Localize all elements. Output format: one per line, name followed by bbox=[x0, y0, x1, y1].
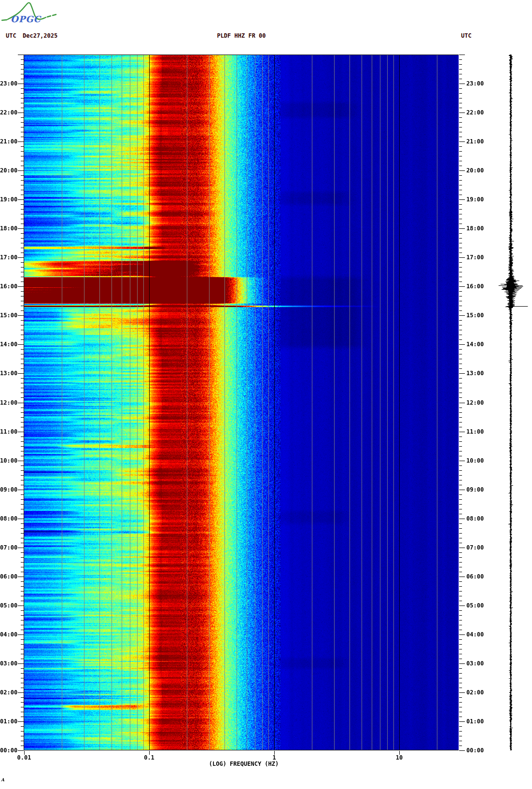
time-label-left: 23:00 bbox=[0, 80, 17, 87]
time-label-right: 03:00 bbox=[466, 660, 484, 667]
time-label-right: 14:00 bbox=[466, 341, 484, 348]
time-label-left: 12:00 bbox=[0, 399, 17, 406]
time-label-right: 15:00 bbox=[466, 312, 484, 319]
seismogram-trace-canvas bbox=[487, 55, 532, 750]
time-label-right: 05:00 bbox=[466, 602, 484, 609]
time-label-left: 03:00 bbox=[0, 660, 17, 667]
time-label-right: 19:00 bbox=[466, 196, 484, 203]
station-title: PLDF HHZ FR 00 bbox=[217, 32, 266, 39]
time-label-left: 01:00 bbox=[0, 718, 17, 725]
time-label-right: 01:00 bbox=[466, 718, 484, 725]
time-label-right: 13:00 bbox=[466, 370, 484, 377]
time-label-right: 20:00 bbox=[466, 167, 484, 174]
time-label-left: 15:00 bbox=[0, 312, 17, 319]
utc-label-right: UTC bbox=[461, 32, 472, 39]
time-label-right: 16:00 bbox=[466, 283, 484, 290]
freq-tick-label: 0.01 bbox=[17, 754, 31, 761]
freq-tick-label: 10 bbox=[396, 754, 403, 761]
sgram-page: OPGC UTC Dec27,2025 PLDF HHZ FR 00 UTC 2… bbox=[0, 0, 532, 789]
time-label-left: 22:00 bbox=[0, 109, 17, 116]
time-label-left: 02:00 bbox=[0, 689, 17, 696]
logo-text: OPGC bbox=[11, 14, 42, 24]
time-label-left: 04:00 bbox=[0, 631, 17, 638]
time-label-left: 16:00 bbox=[0, 283, 17, 290]
time-label-right: 08:00 bbox=[466, 515, 484, 522]
time-label-right: 23:00 bbox=[466, 80, 484, 87]
time-label-right: 12:00 bbox=[466, 399, 484, 406]
time-label-left: 13:00 bbox=[0, 370, 17, 377]
opgc-logo: OPGC bbox=[1, 1, 59, 27]
time-label-right: 00:00 bbox=[466, 747, 484, 754]
spectrogram-canvas bbox=[24, 55, 459, 750]
time-label-right: 04:00 bbox=[466, 631, 484, 638]
time-label-left: 14:00 bbox=[0, 341, 17, 348]
time-label-left: 05:00 bbox=[0, 602, 17, 609]
freq-tick-label: 0.1 bbox=[144, 754, 154, 761]
time-label-left: 06:00 bbox=[0, 573, 17, 580]
time-label-left: 00:00 bbox=[0, 747, 17, 754]
time-label-right: 18:00 bbox=[466, 225, 484, 232]
time-label-right: 17:00 bbox=[466, 254, 484, 261]
corner-mark: A bbox=[1, 777, 4, 782]
time-label-left: 11:00 bbox=[0, 428, 17, 435]
time-label-left: 07:00 bbox=[0, 544, 17, 551]
time-label-left: 08:00 bbox=[0, 515, 17, 522]
time-label-right: 21:00 bbox=[466, 138, 484, 145]
time-label-right: 10:00 bbox=[466, 457, 484, 464]
time-label-left: 09:00 bbox=[0, 486, 17, 493]
time-label-left: 20:00 bbox=[0, 167, 17, 174]
date-label: Dec27,2025 bbox=[23, 32, 57, 39]
time-label-left: 21:00 bbox=[0, 138, 17, 145]
time-label-right: 11:00 bbox=[466, 428, 484, 435]
freq-tick-label: 1 bbox=[272, 754, 276, 761]
utc-label-left: UTC bbox=[6, 32, 16, 39]
time-label-right: 07:00 bbox=[466, 544, 484, 551]
time-label-left: 18:00 bbox=[0, 225, 17, 232]
x-axis-title: (LOG) FREQUENCY (HZ) bbox=[209, 761, 279, 767]
time-label-right: 02:00 bbox=[466, 689, 484, 696]
time-label-right: 22:00 bbox=[466, 109, 484, 116]
time-label-right: 06:00 bbox=[466, 573, 484, 580]
time-label-left: 19:00 bbox=[0, 196, 17, 203]
time-label-left: 17:00 bbox=[0, 254, 17, 261]
time-label-left: 10:00 bbox=[0, 457, 17, 464]
time-label-right: 09:00 bbox=[466, 486, 484, 493]
